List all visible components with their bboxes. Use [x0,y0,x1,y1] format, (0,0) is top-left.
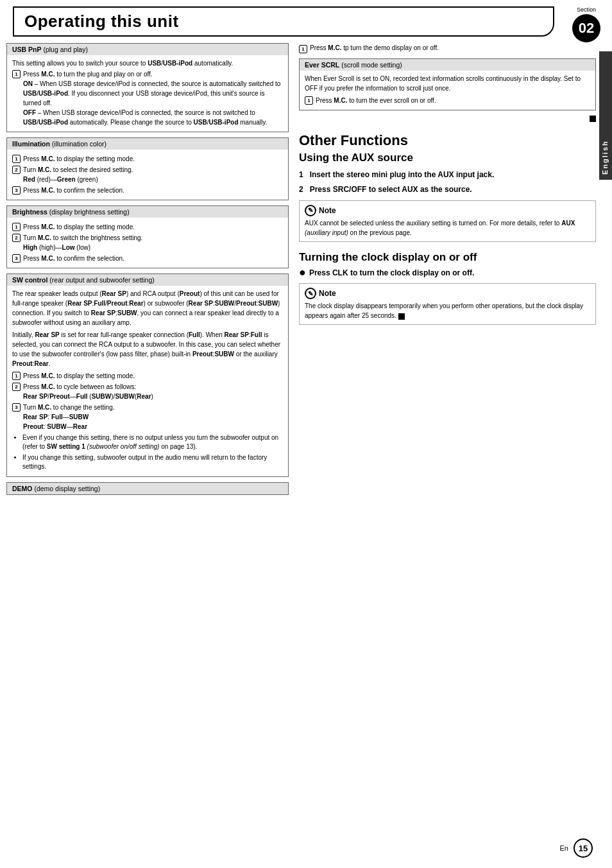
page-number-badge: 15 [574,838,593,858]
note-pencil-icon: ✎ [305,205,316,216]
sw-bullets: Even if you change this setting, there i… [22,433,283,471]
illumination-body: 1 Press M.C. to display the setting mode… [7,150,288,200]
sw-control-title: SW control [12,276,47,284]
sw-control-subtitle: (rear output and subwoofer setting) [49,276,154,284]
sw-item2: 2 Press M.C. to cycle between as follows… [12,382,283,401]
clock-note-title: ✎ Note [305,288,590,299]
aux-note-box: ✎ Note AUX cannot be selected unless the… [299,200,596,242]
brightness-subtitle: (display brightness setting) [49,208,130,216]
usb-pnp-item1-text: Press M.C. to turn the plug and play on … [23,69,283,127]
illum-item2-text: Turn M.C. to select the desired setting.… [23,165,133,184]
aux-note-body: AUX cannot be selected unless the auxili… [305,218,590,238]
usb-pnp-title: USB PnP [12,46,42,53]
page-header: Operating this unit [13,6,554,37]
illumination-header: Illumination (illumination color) [7,138,288,150]
demo-section: DEMO (demo display setting) [6,482,289,495]
demo-right-text: Press M.C. tp turn the demo display on o… [310,44,439,53]
bright-item1-text: Press M.C. to display the setting mode. [23,222,135,232]
aux-step1: 1 Insert the stereo mini plug into the A… [299,169,596,180]
sw-control-body: The rear speaker leads output (Rear SP) … [7,286,288,476]
footer-lang: En [560,844,568,852]
end-square-icon [590,116,596,122]
usb-pnp-header: USB PnP (plug and play) [7,44,288,55]
page-title: Operating this unit [24,12,545,31]
demo-header: DEMO (demo display setting) [7,483,288,494]
illumination-title: Illumination [12,140,50,148]
illum-item1-text: Press M.C. to display the setting mode. [23,154,135,164]
bright-item1: 1 Press M.C. to display the setting mode… [12,222,283,232]
illum-item2: 2 Turn M.C. to select the desired settin… [12,165,283,184]
ever-scrl-item1-text: Press M.C. to turn the ever scroll on or… [316,96,436,105]
bullet-dot-icon: ● [299,266,306,278]
brightness-title: Brightness [12,208,47,216]
sw-control-section: SW control (rear output and subwoofer se… [6,273,289,477]
brightness-header: Brightness (display brightness setting) [7,206,288,218]
right-column: 1 Press M.C. tp turn the demo display on… [299,43,596,500]
sw-control-header: SW control (rear output and subwoofer se… [7,274,288,286]
sw-item3: 3 Turn M.C. to change the setting.Rear S… [12,403,283,431]
bright-item2: 2 Turn M.C. to switch the brightness set… [12,233,283,252]
usb-pnp-item1: 1 Press M.C. to turn the plug and play o… [12,69,283,127]
ever-scrl-title: Ever SCRL [305,61,339,69]
section-number: 02 [572,14,600,42]
left-column: USB PnP (plug and play) This setting all… [6,43,289,500]
ever-scrl-body: When Ever Scroll is set to ON, recorded … [300,71,595,110]
clock-note-body: The clock display disappears temporarily… [305,301,590,320]
illum-item1: 1 Press M.C. to display the setting mode… [12,154,283,164]
demo-right-item: 1 Press M.C. tp turn the demo display on… [299,44,596,53]
ever-scrl-p: When Ever Scroll is set to ON, recorded … [305,74,590,93]
brightness-body: 1 Press M.C. to display the setting mode… [7,218,288,268]
ever-scrl-item1: 1 Press M.C. to turn the ever scroll on … [305,96,590,105]
note-pencil-icon2: ✎ [305,288,316,299]
bright-item3-text: Press M.C. to confirm the selection. [23,254,124,263]
usb-pnp-intro: This setting allows you to switch your s… [12,58,283,68]
sw-bullet2: If you change this setting, subwoofer ou… [22,453,283,471]
clock-step-text: Press CLK to turn the clock display on o… [309,268,474,279]
sw-item1-text: Press M.C. to display the setting mode. [23,371,135,381]
other-functions-heading: Other Functions [299,132,596,149]
page-footer: En 15 [560,838,593,858]
sw-item1: 1 Press M.C. to display the setting mode… [12,371,283,381]
clock-note-label: Note [319,288,336,299]
illumination-section: Illumination (illumination color) 1 Pres… [6,137,289,200]
note-end-square [398,313,405,320]
clock-heading: Turning the clock display on or off [299,251,596,264]
sw-item3-text: Turn M.C. to change the setting.Rear SP:… [23,403,114,431]
clock-note-box: ✎ Note The clock display disappears temp… [299,283,596,325]
section-label: Section [567,6,606,13]
sw-body-p2: Initially, Rear SP is set for rear full-… [12,330,283,369]
section-end-marker [299,116,596,122]
brightness-section: Brightness (display brightness setting) … [6,205,289,268]
bright-item2-text: Turn M.C. to switch the brightness setti… [23,233,142,252]
section-badge: Section 02 [567,6,606,42]
ever-scrl-section: Ever SCRL (scroll mode setting) When Eve… [299,58,596,110]
clock-step: ● Press CLK to turn the clock display on… [299,268,596,279]
illum-item3-text: Press M.C. to confirm the selection. [23,186,124,195]
usb-pnp-section: USB PnP (plug and play) This setting all… [6,43,289,132]
sw-bullet1: Even if you change this setting, there i… [22,433,283,451]
demo-subtitle: (demo display setting) [34,485,100,492]
demo-title: DEMO [12,485,33,492]
using-aux-heading: Using the AUX source [299,152,596,164]
step-num-1: 1 [12,70,21,78]
usb-pnp-subtitle: (plug and play) [43,46,87,53]
sw-item2-text: Press M.C. to cycle between as follows:R… [23,382,153,401]
english-sidebar: English [599,51,612,180]
ever-scrl-subtitle: (scroll mode setting) [341,61,402,69]
usb-pnp-body: This setting allows you to switch your s… [7,55,288,132]
aux-step2: 2 Press SRC/OFF to select AUX as the sou… [299,184,596,195]
aux-note-title: ✎ Note [305,205,590,216]
illum-item3: 3 Press M.C. to confirm the selection. [12,186,283,195]
bright-item3: 3 Press M.C. to confirm the selection. [12,254,283,263]
illumination-subtitle: (illumination color) [52,140,106,148]
ever-scrl-header: Ever SCRL (scroll mode setting) [300,59,595,71]
aux-note-label: Note [319,205,336,216]
sw-body-p1: The rear speaker leads output (Rear SP) … [12,289,283,327]
